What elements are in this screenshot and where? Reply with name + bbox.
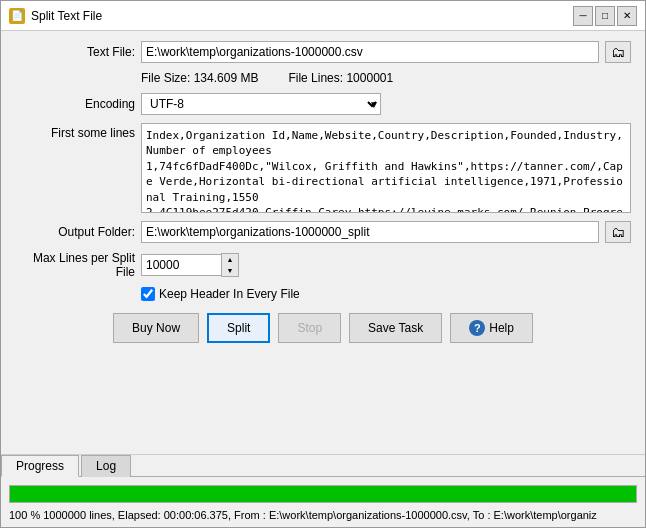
title-bar: 📄 Split Text File ─ □ ✕ [1, 1, 645, 31]
encoding-select[interactable]: UTF-8 UTF-16 ASCII ISO-8859-1 [141, 93, 381, 115]
minimize-button[interactable]: ─ [573, 6, 593, 26]
main-window: 📄 Split Text File ─ □ ✕ Text File: 🗂 Fil… [0, 0, 646, 528]
buy-now-button[interactable]: Buy Now [113, 313, 199, 343]
max-lines-label: Max Lines per Split File [15, 251, 135, 279]
text-file-row: Text File: 🗂 [15, 41, 631, 63]
help-button[interactable]: ? Help [450, 313, 533, 343]
spinbox-buttons: ▲ ▼ [221, 253, 239, 277]
main-content: Text File: 🗂 File Size: 134.609 MB File … [1, 31, 645, 454]
encoding-row: Encoding UTF-8 UTF-16 ASCII ISO-8859-1 ▼ [15, 93, 631, 115]
keep-header-row: Keep Header In Every File [141, 287, 631, 301]
first-lines-label: First some lines [15, 123, 135, 140]
encoding-label: Encoding [15, 97, 135, 111]
progress-bar-fill [10, 486, 636, 502]
tab-log[interactable]: Log [81, 455, 131, 477]
output-folder-input[interactable] [141, 221, 599, 243]
output-folder-browse-button[interactable]: 🗂 [605, 221, 631, 243]
output-folder-row: Output Folder: 🗂 [15, 221, 631, 243]
stop-button[interactable]: Stop [278, 313, 341, 343]
progress-bar-container [9, 485, 637, 503]
save-task-button[interactable]: Save Task [349, 313, 442, 343]
title-buttons: ─ □ ✕ [573, 6, 637, 26]
text-file-browse-button[interactable]: 🗂 [605, 41, 631, 63]
preview-text-box: Index,Organization Id,Name,Website,Count… [141, 123, 631, 213]
file-size-text: File Size: 134.609 MB [141, 71, 258, 85]
action-buttons-row: Buy Now Split Stop Save Task ? Help [15, 309, 631, 347]
split-button[interactable]: Split [207, 313, 270, 343]
status-text: 100 % 1000000 lines, Elapsed: 00:00:06.3… [9, 507, 637, 523]
max-lines-spinbox: ▲ ▼ [141, 253, 239, 277]
maximize-button[interactable]: □ [595, 6, 615, 26]
text-file-input[interactable] [141, 41, 599, 63]
file-lines-text: File Lines: 1000001 [288, 71, 393, 85]
tab-progress[interactable]: Progress [1, 455, 79, 477]
bottom-section: Progress Log 100 % 1000000 lines, Elapse… [1, 454, 645, 527]
progress-area: 100 % 1000000 lines, Elapsed: 00:00:06.3… [1, 477, 645, 527]
close-button[interactable]: ✕ [617, 6, 637, 26]
keep-header-checkbox[interactable] [141, 287, 155, 301]
keep-header-label[interactable]: Keep Header In Every File [159, 287, 300, 301]
spinbox-down-button[interactable]: ▼ [222, 265, 238, 276]
text-file-label: Text File: [15, 45, 135, 59]
preview-row: First some lines Index,Organization Id,N… [15, 123, 631, 213]
window-title: Split Text File [31, 9, 573, 23]
help-label: Help [489, 321, 514, 335]
tabs-row: Progress Log [1, 455, 645, 477]
encoding-select-wrapper: UTF-8 UTF-16 ASCII ISO-8859-1 ▼ [141, 93, 381, 115]
app-icon: 📄 [9, 8, 25, 24]
output-folder-label: Output Folder: [15, 225, 135, 239]
help-icon: ? [469, 320, 485, 336]
max-lines-input[interactable] [141, 254, 221, 276]
max-lines-row: Max Lines per Split File ▲ ▼ [15, 251, 631, 279]
spinbox-up-button[interactable]: ▲ [222, 254, 238, 265]
file-info-row: File Size: 134.609 MB File Lines: 100000… [141, 71, 631, 85]
